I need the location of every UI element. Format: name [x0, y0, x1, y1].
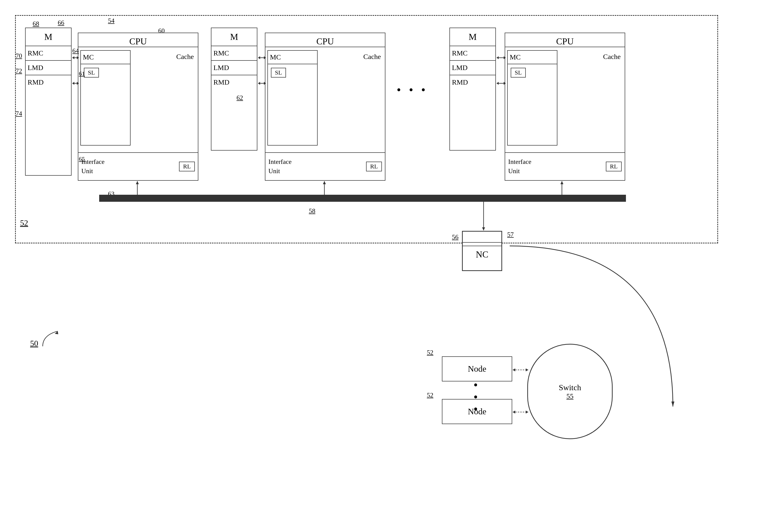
memory-outer-box-3: M RMC LMD RMD [449, 28, 496, 151]
nc-label: NC [476, 249, 488, 260]
lmd-row-2: LMD [211, 61, 257, 75]
interface-unit-label-2: InterfaceUnit [268, 157, 291, 176]
ref-52-node-1: 52 [427, 349, 433, 356]
arrow-rmc-mc-2 [257, 55, 266, 61]
svg-marker-4 [72, 82, 74, 85]
svg-marker-36 [513, 411, 515, 414]
svg-marker-34 [526, 369, 528, 371]
cache-label-3: Cache [601, 50, 623, 63]
arrow-node1-switch [512, 367, 529, 373]
switch-oval: Switch 55 [527, 344, 613, 439]
svg-marker-11 [264, 82, 266, 85]
ref-72: 72 [15, 67, 22, 75]
memory-m-label-2: M [211, 28, 257, 46]
rl-box-1: RL [179, 162, 195, 171]
node-box-1: Node [442, 356, 512, 381]
ref-74: 74 [15, 110, 22, 117]
svg-marker-37 [526, 411, 528, 414]
mc-box-2: MC SL [267, 50, 318, 146]
vertical-dots: ••• [473, 379, 478, 415]
svg-marker-17 [504, 82, 506, 85]
sl-area-2: SL [268, 64, 317, 81]
sl-box-3: SL [511, 68, 526, 77]
rmd-row-3: RMD [450, 75, 495, 89]
arrow-cpu1-bus [134, 181, 140, 201]
ref-66-arrow: 66 [58, 19, 64, 27]
arrow-bus-nc [481, 198, 487, 231]
cache-label-1: Cache [174, 50, 196, 63]
svg-marker-25 [560, 197, 563, 200]
svg-marker-19 [136, 197, 139, 200]
svg-marker-22 [323, 197, 326, 200]
mc-label-1: MC [81, 51, 130, 64]
interface-unit-1: InterfaceUnit RL [78, 152, 198, 180]
ref-52-node-2: 52 [427, 392, 433, 399]
ref-64: 64 [72, 47, 79, 55]
memory-outer-box: M RMC LMD RMD [25, 28, 72, 176]
svg-marker-30 [671, 401, 674, 406]
rmc-row-3: RMC [450, 46, 495, 61]
svg-marker-33 [513, 369, 515, 371]
bus-bar [99, 198, 626, 202]
rl-box-2: RL [366, 162, 382, 171]
ref-54: 54 [108, 17, 114, 25]
switch-number: 55 [566, 392, 573, 400]
sl-box-2: SL [271, 68, 286, 77]
arrow-cpu2-bus [321, 181, 327, 201]
arrow-rmc-mc-3 [496, 55, 506, 61]
arrow-50 [40, 329, 60, 349]
cpu-box-1: CPU 62 MC SL Cache InterfaceUnit RL [78, 33, 198, 181]
ref-58: 58 [309, 207, 315, 215]
svg-marker-8 [264, 56, 266, 59]
memory-m-label-3: M [450, 28, 495, 46]
cpu-box-3: CPU MC SL Cache InterfaceUnit RL [505, 33, 625, 181]
cpu-box-2: CPU MC SL Cache InterfaceUnit RL [265, 33, 385, 181]
svg-marker-28 [482, 227, 485, 230]
mc-label-2: MC [268, 51, 317, 64]
cpu-3-label: CPU [505, 33, 625, 47]
arrow-lmd-sl-1 [72, 80, 79, 86]
interface-unit-2: InterfaceUnit RL [265, 152, 385, 180]
arrow-rmc-mc-1 [72, 55, 79, 61]
svg-marker-5 [77, 82, 79, 85]
ref-56: 56 [452, 233, 459, 241]
ref-61: 61 [79, 70, 85, 77]
interface-unit-3: InterfaceUnit RL [505, 152, 625, 180]
sl-box-1: SL [84, 68, 99, 77]
rmd-row: RMD [26, 75, 71, 89]
ellipsis-dots: • • • [397, 83, 428, 97]
svg-marker-20 [136, 181, 139, 184]
memory-m-label: M [26, 28, 71, 46]
mc-label-3: MC [508, 51, 557, 64]
cpu-2-label: CPU [265, 33, 385, 47]
cache-label-2: Cache [361, 50, 383, 63]
mc-box-3: MC SL [507, 50, 558, 146]
ref-70: 70 [15, 52, 22, 60]
lmd-row: LMD [26, 61, 71, 75]
svg-marker-16 [497, 82, 499, 85]
ref-68: 68 [33, 20, 39, 28]
switch-label: Switch [559, 383, 581, 392]
svg-marker-26 [560, 181, 563, 184]
svg-marker-2 [77, 56, 79, 59]
rmc-row: RMC [26, 46, 71, 61]
svg-marker-14 [504, 56, 506, 59]
svg-marker-7 [258, 56, 260, 59]
memory-outer-box-2: M RMC LMD RMD [211, 28, 257, 151]
arrow-node2-switch [512, 409, 529, 415]
arrow-lmd-sl-2 [257, 80, 266, 86]
nc-box: NC [462, 231, 502, 271]
sl-area-3: SL [508, 64, 557, 81]
lmd-row-3: LMD [450, 61, 495, 75]
svg-marker-23 [323, 181, 326, 184]
label-52: 52 [20, 218, 28, 228]
rmc-row-2: RMC [211, 46, 257, 61]
mc-box-1: MC SL [80, 50, 131, 146]
svg-marker-10 [258, 82, 260, 85]
rmd-row-2: RMD [211, 75, 257, 89]
cpu-1-label: CPU [78, 33, 198, 47]
ref-65: 65 [79, 156, 85, 163]
bus-bar-top [99, 195, 626, 198]
svg-marker-1 [72, 56, 74, 59]
sl-area-1: SL [81, 64, 130, 81]
